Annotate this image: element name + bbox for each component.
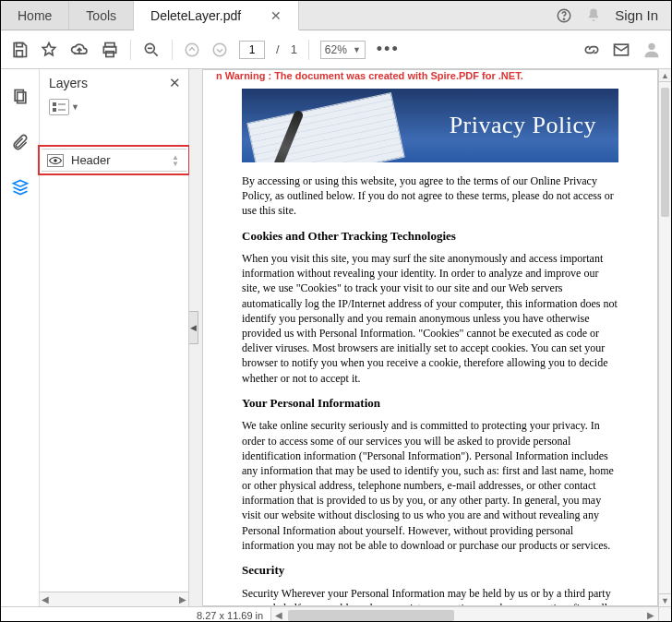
page-up-icon[interactable]	[184, 42, 200, 58]
tab-tools[interactable]: Tools	[69, 1, 134, 30]
document-viewer[interactable]: ◀ n Warning : The document was created w…	[189, 69, 671, 606]
scroll-right-icon[interactable]: ▶	[179, 594, 186, 604]
layers-panel: Layers ✕ ▼ Header ▲▼ ◀ ▶	[40, 69, 189, 606]
tab-bar: Home Tools DeleteLayer.pdf ✕ Sign In	[1, 1, 671, 30]
collapse-handle-icon[interactable]: ◀	[189, 311, 198, 344]
layer-item[interactable]: Header ▲▼	[42, 149, 186, 172]
toolbar: / 1 62% ▼ •••	[1, 30, 671, 69]
zoom-value: 62%	[325, 43, 347, 56]
svg-line-8	[154, 52, 158, 55]
hero-banner: Privacy Policy	[242, 89, 618, 162]
pdf-page: n Warning : The document was created wit…	[202, 69, 658, 606]
attachments-icon[interactable]	[11, 133, 30, 154]
page-dimensions: 8.27 x 11.69 in	[189, 607, 270, 622]
viewer-vscroll[interactable]: ▲ ▼	[658, 69, 671, 606]
print-icon[interactable]	[101, 41, 119, 59]
zoom-select[interactable]: 62% ▼	[320, 41, 366, 59]
status-hscroll[interactable]: ◀ ▶	[270, 607, 658, 622]
scroll-right-icon[interactable]: ▶	[643, 610, 658, 620]
scroll-up-icon[interactable]: ▲	[659, 69, 671, 82]
help-icon[interactable]	[556, 7, 572, 24]
svg-point-1	[564, 18, 565, 19]
scroll-down-icon[interactable]: ▼	[659, 593, 671, 606]
close-panel-icon[interactable]: ✕	[169, 75, 181, 91]
save-icon[interactable]	[10, 41, 29, 59]
scroll-left-icon[interactable]: ◀	[42, 594, 49, 604]
para-cookies: When you visit this site, you may surf t…	[242, 251, 618, 386]
heading-personal: Your Personal Information	[242, 395, 618, 412]
more-icon[interactable]: •••	[377, 40, 400, 59]
evaluation-warning: n Warning : The document was created wit…	[216, 70, 644, 85]
layer-highlight: Header ▲▼	[38, 145, 190, 175]
bell-icon[interactable]	[585, 7, 602, 24]
svg-point-20	[54, 159, 56, 161]
zoom-out-icon[interactable]	[142, 41, 161, 59]
svg-rect-16	[53, 102, 56, 106]
tab-home[interactable]: Home	[1, 1, 69, 30]
page-total: 1	[291, 42, 297, 56]
star-icon[interactable]	[40, 41, 58, 59]
page-number-input[interactable]	[239, 41, 265, 59]
vscroll-thumb[interactable]	[661, 88, 669, 217]
hero-title: Privacy Policy	[450, 112, 596, 139]
layer-options-button[interactable]	[49, 99, 69, 115]
para-personal: We take online security seriously and is…	[242, 418, 618, 553]
sign-in-link[interactable]: Sign In	[615, 7, 658, 23]
svg-rect-3	[17, 50, 23, 56]
svg-point-13	[648, 42, 654, 49]
panel-hscroll[interactable]: ◀ ▶	[40, 592, 188, 606]
svg-point-11	[213, 43, 226, 56]
thumbnails-icon[interactable]	[11, 88, 30, 109]
scroll-left-icon[interactable]: ◀	[271, 610, 286, 620]
heading-security: Security	[242, 562, 618, 579]
visibility-toggle-icon[interactable]	[47, 154, 64, 167]
chevron-down-icon: ▼	[353, 45, 361, 54]
mail-icon[interactable]	[612, 41, 630, 59]
chevron-down-icon[interactable]: ▼	[71, 102, 79, 112]
svg-rect-2	[17, 42, 23, 46]
page-sep: /	[276, 42, 280, 56]
cloud-upload-icon[interactable]	[69, 41, 90, 59]
link-icon[interactable]	[582, 41, 601, 59]
layer-spin-icon[interactable]: ▲▼	[170, 154, 181, 167]
para-security: Security Wherever your Personal Informat…	[242, 586, 618, 606]
heading-cookies: Cookies and Other Tracking Technologies	[242, 228, 618, 245]
doc-intro: By accessing or using this website, you …	[242, 173, 618, 219]
account-icon[interactable]	[642, 40, 662, 60]
tab-document-label: DeleteLayer.pdf	[150, 8, 241, 23]
svg-rect-18	[53, 108, 56, 112]
svg-point-10	[186, 43, 198, 56]
layer-label: Header	[71, 153, 111, 167]
page-down-icon[interactable]	[211, 42, 228, 58]
status-bar: 8.27 x 11.69 in ◀ ▶	[1, 606, 671, 622]
hscroll-thumb[interactable]	[288, 610, 454, 621]
layers-title: Layers	[49, 76, 88, 90]
tab-document[interactable]: DeleteLayer.pdf ✕	[134, 1, 299, 30]
left-rail	[1, 69, 40, 606]
close-tab-icon[interactable]: ✕	[270, 8, 282, 23]
layers-icon[interactable]	[11, 178, 30, 199]
